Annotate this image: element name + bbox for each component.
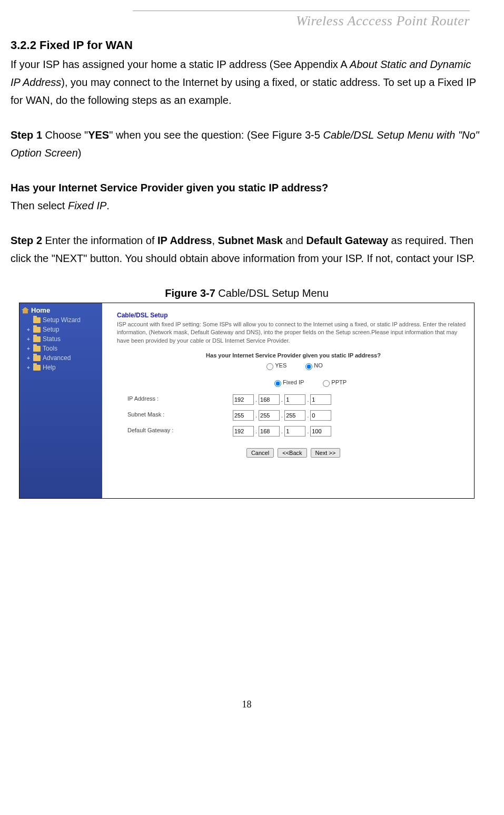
radio-yes-label: YES <box>275 362 286 368</box>
content-pane: Cable/DSL Setup ISP account with fixed I… <box>102 303 474 498</box>
radio-fixed-ip[interactable]: Fixed IP <box>272 379 304 385</box>
text: Choose " <box>42 129 88 141</box>
gw-octet-4[interactable] <box>310 426 331 436</box>
radio-pptp-input[interactable] <box>323 380 330 387</box>
content-description: ISP account with fixed IP setting: Some … <box>117 321 470 345</box>
paragraph-step2: Step 2 Enter the information of IP Addre… <box>11 231 483 267</box>
content-question: Has your Internet Service Provider given… <box>117 352 470 358</box>
ip-address-octets: . . . <box>233 394 470 405</box>
sidebar: Home Setup Wizard + Setup + Status + Too… <box>19 303 102 498</box>
button-row: Cancel <<Back Next >> <box>117 448 470 458</box>
sidebar-home[interactable]: Home <box>19 305 102 315</box>
figure-caption: Figure 3-7 Cable/DSL Setup Menu <box>11 287 483 299</box>
expand-icon: + <box>27 346 31 352</box>
question-bold: Has your Internet Service Provider given… <box>11 182 328 193</box>
sidebar-item-help[interactable]: + Help <box>19 363 102 372</box>
text: ) <box>78 147 82 159</box>
gw-octet-2[interactable] <box>259 426 280 436</box>
radio-row-mode: Fixed IP PPTP <box>117 379 470 387</box>
sidebar-item-label: Help <box>43 364 56 371</box>
running-header: Wireless Acccess Point Router <box>11 13 470 29</box>
mask-octet-1[interactable] <box>233 410 254 421</box>
dot-separator: . <box>281 396 283 403</box>
gw-octet-3[interactable] <box>284 426 305 436</box>
ip-octet-2[interactable] <box>259 394 280 405</box>
dot-separator: . <box>281 428 283 434</box>
default-gateway-label: Default Gateway : <box>127 426 233 436</box>
mask-octet-2[interactable] <box>259 410 280 421</box>
paragraph-question: Has your Internet Service Provider given… <box>11 179 483 197</box>
paragraph-intro: If your ISP has assigned your home a sta… <box>11 55 483 109</box>
home-icon <box>22 307 29 314</box>
text: If your ISP has assigned your home a sta… <box>11 59 350 70</box>
step1-label: Step 1 <box>11 129 42 141</box>
paragraph-then: Then select Fixed IP. <box>11 197 483 215</box>
ip-octet-3[interactable] <box>284 394 305 405</box>
folder-icon <box>33 317 41 323</box>
content-title: Cable/DSL Setup <box>117 312 470 319</box>
ip-octet-4[interactable] <box>310 394 331 405</box>
dot-separator: . <box>255 428 258 434</box>
step2-label: Step 2 <box>11 235 42 246</box>
mask-octet-3[interactable] <box>284 410 305 421</box>
sidebar-item-label: Setup <box>43 326 59 333</box>
radio-yes-input[interactable] <box>266 363 273 370</box>
radio-pptp[interactable]: PPTP <box>320 379 347 385</box>
header-divider <box>133 11 470 11</box>
figure-text: Cable/DSL Setup Menu <box>215 287 329 299</box>
text: Then select <box>11 200 68 211</box>
text: , <box>212 235 218 246</box>
sidebar-item-tools[interactable]: + Tools <box>19 344 102 353</box>
radio-no[interactable]: NO <box>303 362 323 368</box>
dot-separator: . <box>255 396 258 403</box>
radio-fixed-ip-input[interactable] <box>274 380 281 387</box>
expand-icon: + <box>27 355 31 361</box>
sidebar-item-label: Status <box>43 335 61 343</box>
expand-icon: + <box>27 327 31 333</box>
page-number: 18 <box>11 699 483 710</box>
folder-icon <box>33 346 41 352</box>
next-button[interactable]: Next >> <box>311 448 341 458</box>
text-italic: Fixed IP <box>68 200 106 211</box>
ip-address-label: IP Address : <box>127 394 233 405</box>
dot-separator: . <box>307 428 309 434</box>
paragraph-step1: Step 1 Choose "YES" when you see the que… <box>11 126 483 162</box>
sidebar-item-label: Setup Wizard <box>43 316 81 324</box>
text: ), you may connect to the Internet by us… <box>11 76 476 106</box>
dot-separator: . <box>255 412 258 419</box>
text: " when you see the question: (See Figure… <box>109 129 323 141</box>
radio-pptp-label: PPTP <box>331 379 347 385</box>
folder-icon <box>33 336 41 342</box>
subnet-mask-octets: . . . <box>233 410 470 421</box>
dot-separator: . <box>307 412 309 419</box>
sidebar-item-setup-wizard[interactable]: Setup Wizard <box>19 315 102 325</box>
default-gateway-octets: . . . <box>233 426 470 436</box>
gw-octet-1[interactable] <box>233 426 254 436</box>
radio-yes[interactable]: YES <box>264 362 286 368</box>
back-button[interactable]: <<Back <box>278 448 307 458</box>
text: Enter the information of <box>42 235 157 246</box>
text-bold: Default Gateway <box>306 235 388 246</box>
sidebar-home-label: Home <box>31 306 50 314</box>
cancel-button[interactable]: Cancel <box>246 448 274 458</box>
radio-fixed-ip-label: Fixed IP <box>283 379 304 385</box>
sidebar-item-advanced[interactable]: + Advanced <box>19 353 102 363</box>
screenshot-figure: Home Setup Wizard + Setup + Status + Too… <box>19 303 475 499</box>
dot-separator: . <box>307 396 309 403</box>
figure-label: Figure 3-7 <box>165 287 215 299</box>
sidebar-item-setup[interactable]: + Setup <box>19 325 102 334</box>
folder-icon <box>33 355 41 361</box>
dot-separator: . <box>281 412 283 419</box>
radio-no-label: NO <box>314 362 323 368</box>
mask-octet-4[interactable] <box>310 410 331 421</box>
sidebar-item-label: Advanced <box>43 354 71 362</box>
radio-row-yes-no: YES NO <box>117 362 470 370</box>
expand-icon: + <box>27 365 31 371</box>
sidebar-item-label: Tools <box>43 345 57 352</box>
text: . <box>106 200 110 211</box>
section-heading: 3.2.2 Fixed IP for WAN <box>11 38 483 52</box>
subnet-mask-label: Subnet Mask : <box>127 410 233 421</box>
sidebar-item-status[interactable]: + Status <box>19 334 102 344</box>
radio-no-input[interactable] <box>305 363 312 370</box>
ip-octet-1[interactable] <box>233 394 254 405</box>
